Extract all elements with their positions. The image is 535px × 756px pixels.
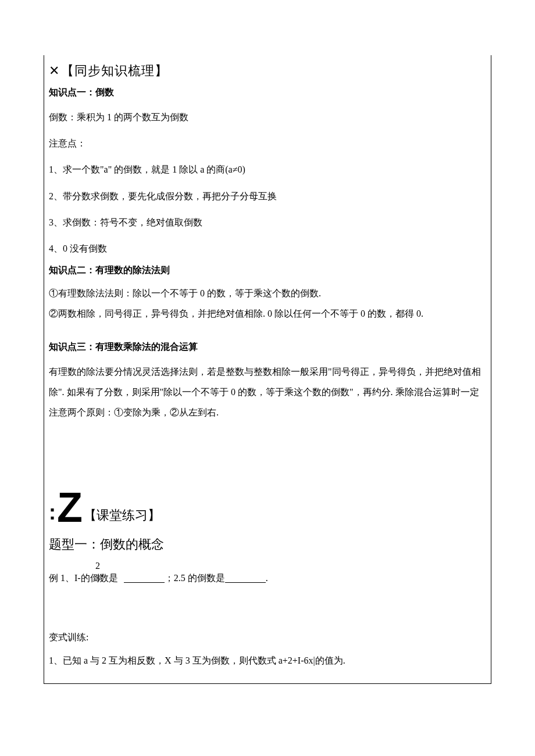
- kp2-heading: 知识点二：有理数的除法法则: [49, 264, 486, 277]
- blank-2: [225, 574, 266, 583]
- example1-row: 2 3 例 1、I-的倒数是 ；2.5 的倒数是 .: [49, 564, 486, 585]
- colon-icon: :: [49, 502, 56, 523]
- section-title-text: 【同步知识梳理】: [61, 63, 168, 78]
- variant-heading: 变式训练:: [49, 632, 486, 644]
- kp1-heading: 知识点一：倒数: [49, 87, 486, 99]
- kp3-p1: 有理数的除法要分情况灵活选择法则，若是整数与整数相除一般采用"同号得正，异号得负…: [49, 361, 486, 423]
- variant-p1: 1、已知 a 与 2 互为相反数，X 与 3 互为倒数，则代数式 a+2+I-6…: [49, 652, 486, 669]
- blank-1: [124, 574, 165, 583]
- kp1-p3: 3、求倒数：符号不变，绝对值取倒数: [49, 212, 486, 232]
- spacer: [49, 325, 486, 335]
- frac-den: 3: [95, 572, 100, 585]
- ex1-mid: ；2.5 的倒数是: [165, 572, 225, 585]
- fraction-2-3: 2 3: [95, 560, 100, 585]
- spacer: [49, 603, 486, 626]
- kp2-p1: ①有理数除法法则：除以一个不等于 0 的数，等于乘这个数的倒数.: [49, 285, 486, 302]
- section-title-knowledge: ✕【同步知识梳理】: [49, 62, 486, 80]
- practice-label: 【课堂练习】: [84, 507, 160, 524]
- kp1-note-label: 注意点：: [49, 133, 486, 153]
- kp3-heading: 知识点三：有理数乘除法的混合运算: [49, 341, 486, 353]
- topic1-title: 题型一：倒数的概念: [49, 536, 486, 553]
- kp2-p2: ②两数相除，同号得正，异号得负，并把绝对值相除. 0 除以任何一个不等于 0 的…: [49, 305, 486, 323]
- spacer-large: [49, 425, 486, 489]
- document-page: ✕【同步知识梳理】 知识点一：倒数 倒数：乘积为 1 的两个数互为倒数 注意点：…: [0, 0, 535, 719]
- content-inner: ✕【同步知识梳理】 知识点一：倒数 倒数：乘积为 1 的两个数互为倒数 注意点：…: [44, 55, 491, 683]
- ex1-prefix: 例 1、I-的倒数是: [49, 572, 118, 585]
- content-frame: ✕【同步知识梳理】 知识点一：倒数 倒数：乘积为 1 的两个数互为倒数 注意点：…: [44, 55, 491, 684]
- frac-num: 2: [95, 560, 100, 572]
- kp1-p4: 4、0 没有倒数: [49, 238, 486, 259]
- practice-title: :Z 【课堂练习】: [49, 489, 486, 526]
- kp1-def: 倒数：乘积为 1 的两个数互为倒数: [49, 107, 486, 127]
- x-mark-icon: ✕: [49, 63, 60, 78]
- kp1-p2: 2、带分数求倒数，要先化成假分数，再把分子分母互换: [49, 186, 486, 206]
- z-letter-icon: Z: [57, 489, 81, 526]
- kp1-p1: 1、求一个数"a" 的倒数，就是 1 除以 a 的商(a≠0): [49, 159, 486, 180]
- ex1-end: .: [266, 572, 268, 585]
